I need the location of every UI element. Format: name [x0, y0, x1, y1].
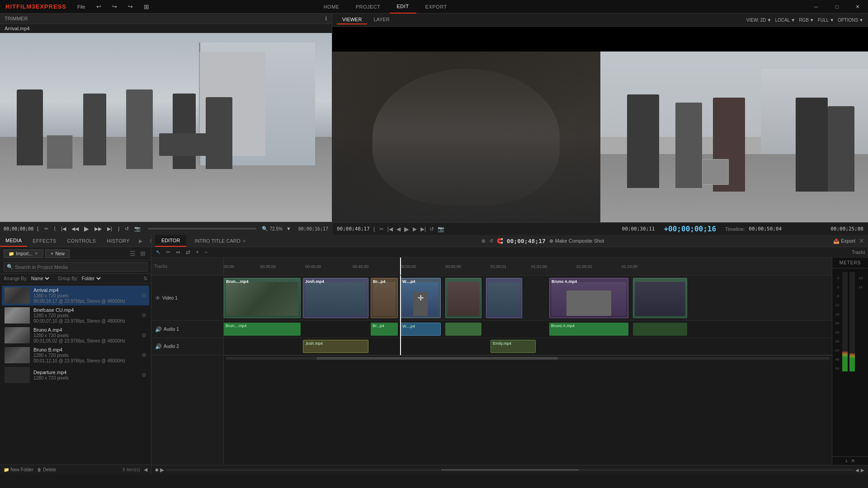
audio2-clip-josh[interactable]: Josh.mp4 — [303, 340, 368, 353]
trimmer-loop[interactable]: ↺ — [123, 225, 131, 233]
list-item[interactable]: Departure.mp4 1280 x 720 pixels ⚙ — [2, 365, 149, 385]
trimmer-prev-frame[interactable]: ⟨ — [52, 225, 57, 233]
audio2-clip-emily[interactable]: Emily.mp4 — [491, 340, 536, 353]
panel-collapse-btn[interactable]: ◀ — [144, 467, 147, 473]
import-btn[interactable]: 📁 Import... ▼ — [4, 249, 43, 258]
tab-home[interactable]: HOME — [316, 0, 347, 13]
file-menu[interactable]: File — [72, 0, 91, 14]
clip-br-mp4[interactable]: Br...p4 — [371, 278, 398, 318]
clip-w-mp4[interactable]: W....p4 +00;00;00;17 ✛ — [400, 278, 441, 318]
editor-close-btn[interactable]: ✕ — [859, 237, 864, 244]
select-tool[interactable]: ↖ — [154, 248, 162, 256]
redo2-btn[interactable]: ↪ — [123, 0, 138, 14]
media-item-gear[interactable]: ⚙ — [142, 312, 146, 319]
media-item-gear[interactable]: ⚙ — [142, 332, 146, 338]
transport-stop[interactable]: ■ — [155, 467, 158, 473]
tab-controls[interactable]: CONTROLS — [62, 235, 102, 246]
viewer-loop[interactable]: ↺ — [429, 226, 434, 232]
tab-edit[interactable]: EDIT — [390, 0, 416, 14]
track-eye-icon[interactable]: 👁 — [155, 295, 160, 301]
slip-tool[interactable]: ⇔ — [174, 248, 182, 256]
scroll-left-btn[interactable]: ◀ — [855, 468, 859, 473]
tab-effects[interactable]: EFFECTS — [27, 235, 61, 246]
timeline-scroll-thumb[interactable] — [441, 469, 579, 471]
viewer-clip-btn[interactable]: ✂ — [379, 226, 384, 232]
audio-clip-far[interactable] — [633, 323, 687, 336]
viewer-play[interactable]: ▶ — [404, 225, 409, 233]
trimmer-camera[interactable]: 📷 — [132, 225, 142, 233]
audio-clip-w[interactable]: W....p4 — [400, 323, 441, 336]
clip-brun-mp4[interactable]: Brun....mp4 ⇌ — [224, 278, 301, 318]
view-mode-selector[interactable]: VIEW: 2D ▼ — [746, 18, 772, 23]
clip-far-right[interactable] — [633, 278, 687, 318]
trimmer-video-area[interactable] — [0, 33, 332, 222]
audio-clip-mid[interactable] — [445, 323, 481, 336]
list-view-btn[interactable]: ☰ — [128, 249, 137, 258]
tab-history[interactable]: HISTORY — [101, 235, 135, 246]
viewer-skip-start[interactable]: |◀ — [387, 226, 393, 232]
trimmer-skip-start[interactable]: |◀ — [59, 225, 68, 233]
trimmer-play-fwd[interactable]: ▶▶ — [93, 225, 104, 233]
minimize-btn[interactable]: ─ — [806, 0, 826, 14]
viewer-snapshot[interactable]: 📷 — [438, 226, 444, 232]
list-item[interactable]: Briefcase CU.mp4 1280 x 720 pixels 00;00… — [2, 305, 149, 325]
timeline-ruler[interactable]: 00;00 00;35;00 00;40;00 00;45;00 00;50;0… — [224, 258, 832, 276]
local-selector[interactable]: LOCAL ▼ — [775, 18, 795, 23]
clip-mid2[interactable] — [486, 278, 522, 318]
razor-tool[interactable]: ✂ — [164, 248, 172, 256]
media-tab-more[interactable]: ▶ — [135, 235, 146, 247]
list-item[interactable]: Arrival.mp4 1280 x 720 pixels 00;00;16;1… — [2, 286, 149, 305]
transport-play[interactable]: ▶ — [160, 467, 164, 473]
color-selector[interactable]: RGB ▼ — [799, 18, 814, 23]
tab-media[interactable]: MEDIA — [0, 235, 27, 247]
export-btn[interactable]: 📤 Export — [833, 238, 855, 244]
viewer-tab-viewer[interactable]: VIEWER — [337, 15, 367, 24]
trimmer-play-back[interactable]: ◀◀ — [70, 225, 80, 233]
tab-close-icon[interactable]: ✕ — [242, 239, 246, 244]
media-item-gear[interactable]: ⚙ — [142, 352, 146, 358]
editor-add-media[interactable]: ⊕ — [481, 238, 486, 244]
slide-tool[interactable]: ⇄ — [184, 248, 192, 256]
trimmer-mark-out[interactable]: ⌋ — [116, 225, 121, 233]
clip-brunoa-mp4[interactable]: Bruno A.mp4 — [549, 278, 628, 318]
hscroll-thumb[interactable] — [316, 357, 558, 360]
timeline-hscroll[interactable] — [224, 355, 832, 361]
trimmer-mark-in[interactable]: ⌊ — [35, 225, 41, 233]
search-input[interactable] — [15, 264, 144, 270]
clip-josh-mp4[interactable]: Josh.mp4 — [303, 278, 368, 318]
editor-tab-editor[interactable]: EDITOR — [155, 235, 186, 247]
viewer-mark-in[interactable]: ⌊ — [373, 226, 376, 232]
editor-snap[interactable]: 🧲 — [497, 238, 503, 244]
grid-btn[interactable]: ⊞ — [138, 0, 155, 14]
zoom-out-tool[interactable]: − — [203, 248, 209, 256]
list-item[interactable]: Bruno A.mp4 1280 x 720 pixels 00;01;05;0… — [2, 325, 149, 345]
media-item-gear[interactable]: ⚙ — [142, 292, 146, 299]
audio-clip-brunoa[interactable]: Bruno A.mp4 — [549, 323, 628, 336]
redo-btn[interactable]: ↪ — [107, 0, 123, 14]
viewer-skip-end[interactable]: ▶| — [420, 226, 426, 232]
tab-project[interactable]: PROJECT — [349, 0, 388, 13]
media-item-gear[interactable]: ⚙ — [142, 372, 146, 378]
composite-shot-btn[interactable]: ⊕ Make Composite Shot — [549, 238, 604, 244]
viewer-tab-layer[interactable]: LAYER — [368, 15, 395, 24]
undo-btn[interactable]: ↩ — [91, 0, 107, 14]
list-item[interactable]: Bruno B.mp4 1280 x 720 pixels 00;01;12;1… — [2, 345, 149, 365]
options-btn[interactable]: OPTIONS ▼ — [838, 18, 863, 23]
group-by-select[interactable]: Folder — [80, 276, 102, 282]
scroll-right-btn[interactable]: ▶ — [861, 468, 864, 473]
new-folder-btn[interactable]: 📁 New Folder — [4, 467, 33, 472]
new-media-btn[interactable]: ✦ New — [45, 249, 70, 258]
arrange-icon[interactable]: ⇅ — [143, 276, 147, 282]
audio-clip-br[interactable]: Br...p4 — [371, 323, 398, 336]
viewer-next-frame[interactable]: ▶ — [413, 226, 417, 232]
trimmer-skip-end[interactable]: ▶| — [105, 225, 114, 233]
full-selector[interactable]: FULL ▼ — [818, 18, 834, 23]
tab-export[interactable]: EXPORT — [418, 0, 454, 13]
audio-clip-brun[interactable]: Brun....mp4 — [224, 323, 301, 336]
trimmer-seekbar[interactable] — [148, 228, 256, 230]
clip-mid1[interactable] — [445, 278, 481, 318]
viewer-prev-frame[interactable]: ◀ — [396, 226, 401, 232]
editor-tab-title-card[interactable]: INTRO TITLE CARD ✕ — [188, 235, 252, 246]
playhead[interactable] — [400, 276, 401, 355]
delete-btn[interactable]: 🗑 Delete — [37, 467, 56, 472]
